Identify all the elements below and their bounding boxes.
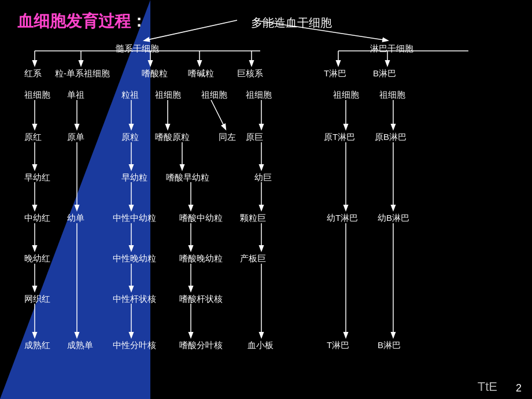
page-number: 2 xyxy=(516,382,522,394)
title-colon: ： xyxy=(131,10,147,32)
watermark: TtE xyxy=(478,379,497,394)
diagram-arrows xyxy=(12,35,520,382)
title-area: 血细胞发育过程 ： 多能造血干细胞 xyxy=(17,10,332,32)
title-sub: 多能造血干细胞 xyxy=(251,15,332,31)
diagram: 髓系干细胞 淋巴干细胞 红系 粒-单系祖细胞 嗜酸粒 嗜碱粒 巨核系 T淋巴 B… xyxy=(12,35,520,387)
svg-line-45 xyxy=(211,100,226,129)
title-main: 血细胞发育过程 xyxy=(17,10,131,32)
